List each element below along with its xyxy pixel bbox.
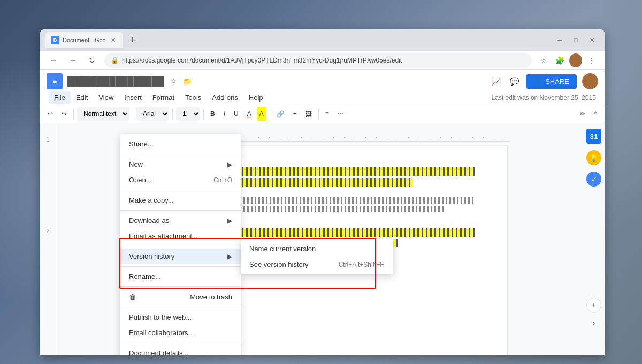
activity-icon[interactable]: 📈 bbox=[490, 75, 502, 88]
align-button[interactable]: ≡ bbox=[322, 107, 332, 121]
size-dropdown[interactable]: 11 bbox=[176, 107, 200, 121]
last-edit-label: Last edit was on November 25, 2015 bbox=[492, 91, 596, 104]
docs-title-bar: ≡ ████████████████ ☆ 📁 📈 💬 👤 SHARE bbox=[47, 73, 598, 89]
menu-item-tools[interactable]: Tools bbox=[180, 91, 207, 104]
image-button[interactable]: 🖼 bbox=[302, 107, 315, 121]
document-content bbox=[56, 123, 583, 355]
menu-item-edit[interactable]: Edit bbox=[71, 91, 93, 104]
maximize-button[interactable]: □ bbox=[568, 33, 583, 48]
menu-item-file[interactable]: File bbox=[49, 91, 71, 104]
menu-item-insert[interactable]: Insert bbox=[119, 91, 147, 104]
right-sidebar: 31 💡 ✓ + › bbox=[583, 123, 605, 355]
more-button[interactable]: ⋯ bbox=[334, 107, 347, 121]
minimize-button[interactable]: ─ bbox=[552, 33, 567, 48]
docs-right-section: 📈 💬 👤 SHARE bbox=[490, 73, 598, 89]
separator-4 bbox=[203, 109, 204, 119]
tab-title: Document - Goo bbox=[63, 37, 106, 43]
url-text: https://docs.google.com/document/d/1AJVj… bbox=[122, 57, 402, 64]
separator-2 bbox=[133, 109, 133, 119]
new-tab-button[interactable]: + bbox=[125, 33, 140, 48]
browser-menu-icon[interactable]: ⋮ bbox=[585, 54, 598, 67]
close-button[interactable]: ✕ bbox=[584, 33, 599, 48]
expand-sidebar-button[interactable]: › bbox=[590, 319, 598, 328]
document-area: 1 2 bbox=[40, 123, 605, 355]
style-dropdown[interactable]: Normal text bbox=[77, 107, 129, 121]
share-label: SHARE bbox=[545, 78, 569, 86]
document-page bbox=[133, 146, 507, 355]
share-button[interactable]: 👤 SHARE bbox=[526, 74, 577, 89]
tasks-icon[interactable]: ✓ bbox=[586, 172, 601, 187]
separator-5 bbox=[270, 109, 270, 119]
star-icon[interactable]: ☆ bbox=[168, 76, 179, 87]
docs-header: ≡ ████████████████ ☆ 📁 📈 💬 👤 SHARE File … bbox=[40, 70, 605, 104]
folder-icon[interactable]: 📁 bbox=[182, 76, 193, 87]
redo-button[interactable]: ↪ bbox=[58, 107, 70, 121]
font-dropdown[interactable]: Arial bbox=[136, 107, 169, 121]
user-avatar[interactable] bbox=[582, 73, 598, 89]
highlight-button[interactable]: A bbox=[257, 107, 266, 121]
ruler-left: 1 2 bbox=[40, 123, 56, 355]
docs-logo: ≡ bbox=[47, 73, 63, 89]
separator-6 bbox=[318, 109, 319, 119]
comments-icon[interactable]: 💬 bbox=[508, 75, 521, 88]
window-controls: ─ □ ✕ bbox=[552, 33, 599, 48]
menu-item-format[interactable]: Format bbox=[147, 91, 180, 104]
bold-button[interactable]: B bbox=[207, 107, 218, 121]
refresh-button[interactable]: ↻ bbox=[85, 53, 99, 67]
menu-bar: File Edit View Insert Format Tools Add-o… bbox=[47, 91, 598, 104]
menu-item-view[interactable]: View bbox=[93, 91, 119, 104]
expand-button[interactable]: ^ bbox=[591, 107, 600, 121]
separator-1 bbox=[73, 109, 74, 119]
insert-button[interactable]: + bbox=[290, 107, 300, 121]
underline-button[interactable]: U bbox=[231, 107, 242, 121]
forward-button[interactable]: → bbox=[66, 53, 80, 67]
tab-bar: D Document - Goo ✕ + ─ □ ✕ bbox=[40, 29, 605, 51]
share-icon: 👤 bbox=[533, 78, 542, 86]
menu-item-addons[interactable]: Add-ons bbox=[207, 91, 243, 104]
undo-button[interactable]: ↩ bbox=[44, 107, 56, 121]
font-color-button[interactable]: A bbox=[244, 107, 255, 121]
add-sidebar-button[interactable]: + bbox=[586, 298, 601, 313]
bookmark-icon[interactable]: ☆ bbox=[537, 54, 550, 67]
profile-avatar-small[interactable] bbox=[569, 54, 582, 67]
calendar-icon[interactable]: 31 bbox=[586, 129, 601, 144]
italic-button[interactable]: I bbox=[220, 107, 228, 121]
keep-icon[interactable]: 💡 bbox=[586, 150, 601, 165]
pencil-button[interactable]: ✏ bbox=[577, 107, 588, 121]
toolbar: ↩ ↪ Normal text Arial 11 B I U A A 🔗 + 🖼… bbox=[40, 104, 605, 123]
extensions-icon[interactable]: 🧩 bbox=[553, 54, 566, 67]
lock-icon: 🔒 bbox=[111, 57, 119, 64]
separator-3 bbox=[172, 109, 173, 119]
address-bar-right: ☆ 🧩 ⋮ bbox=[537, 54, 598, 67]
url-field[interactable]: 🔒 https://docs.google.com/document/d/1AJ… bbox=[104, 53, 532, 68]
document-title[interactable]: ████████████████ bbox=[67, 76, 164, 86]
back-button[interactable]: ← bbox=[47, 53, 60, 67]
browser-window: D Document - Goo ✕ + ─ □ ✕ ← → ↻ 🔒 https… bbox=[40, 29, 605, 355]
active-tab[interactable]: D Document - Goo ✕ bbox=[45, 32, 123, 48]
link-button[interactable]: 🔗 bbox=[273, 107, 288, 121]
tab-close-button[interactable]: ✕ bbox=[109, 36, 118, 44]
menu-item-help[interactable]: Help bbox=[243, 91, 269, 104]
title-icons: ☆ 📁 bbox=[168, 76, 193, 87]
address-bar: ← → ↻ 🔒 https://docs.google.com/document… bbox=[40, 51, 605, 70]
tab-favicon: D bbox=[51, 36, 59, 44]
